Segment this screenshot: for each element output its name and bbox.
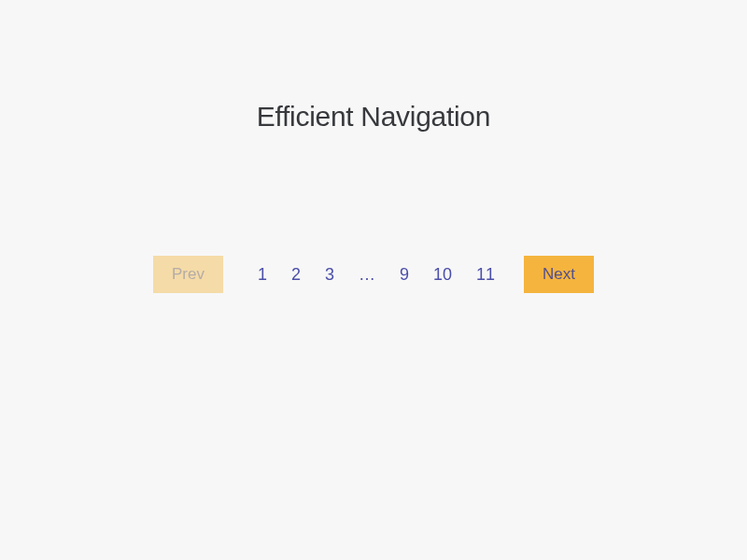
pagination: Prev 1 2 3 … 9 10 11 Next [153, 256, 594, 293]
main-container: Efficient Navigation Prev 1 2 3 … 9 10 1… [0, 0, 747, 293]
page-number[interactable]: 2 [279, 265, 313, 285]
page-number[interactable]: 10 [421, 265, 464, 285]
page-title: Efficient Navigation [257, 101, 490, 133]
page-number[interactable]: 11 [464, 265, 507, 285]
next-button[interactable]: Next [524, 256, 594, 293]
page-number[interactable]: 9 [388, 265, 421, 285]
ellipsis: … [346, 265, 388, 285]
page-number[interactable]: 1 [246, 265, 279, 285]
page-number[interactable]: 3 [313, 265, 346, 285]
page-list: 1 2 3 … 9 10 11 [246, 265, 507, 285]
prev-button[interactable]: Prev [153, 256, 223, 293]
